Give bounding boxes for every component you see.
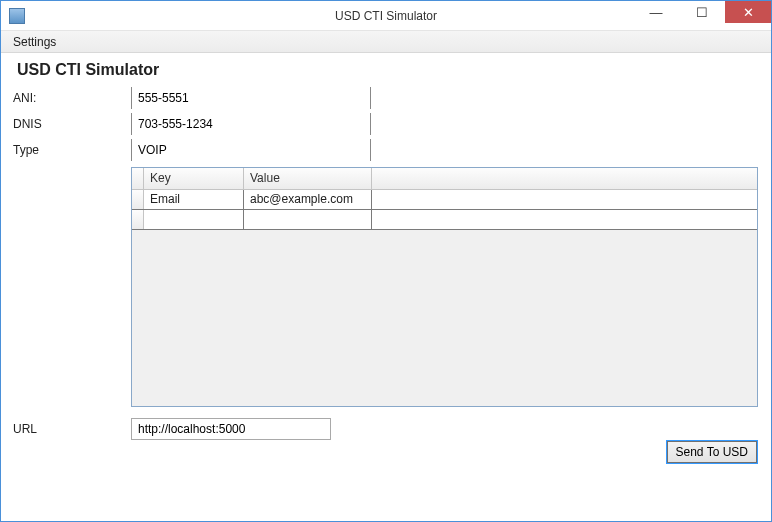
field-row-ani: ANI:	[13, 85, 759, 111]
url-label: URL	[13, 422, 131, 436]
content-area: USD CTI Simulator ANI: DNIS Type Key Val…	[1, 53, 771, 521]
grid-cell-value[interactable]	[244, 210, 372, 229]
ani-label: ANI:	[13, 91, 131, 105]
grid-rowheader-spacer	[132, 168, 144, 189]
data-grid[interactable]: Key Value Email abc@example.com	[131, 167, 758, 407]
minimize-button[interactable]: —	[633, 1, 679, 23]
field-row-url: URL	[13, 417, 759, 441]
grid-row-header[interactable]	[132, 210, 144, 229]
grid-cell-key[interactable]	[144, 210, 244, 229]
close-button[interactable]: ✕	[725, 1, 771, 23]
grid-header-key[interactable]: Key	[144, 168, 244, 189]
grid-cell-value[interactable]: abc@example.com	[244, 190, 372, 209]
page-title: USD CTI Simulator	[17, 61, 759, 79]
grid-row[interactable]: Email abc@example.com	[132, 190, 757, 210]
app-window: USD CTI Simulator — ☐ ✕ Settings USD CTI…	[0, 0, 772, 522]
type-label: Type	[13, 143, 131, 157]
menubar: Settings	[1, 31, 771, 53]
window-controls: — ☐ ✕	[633, 1, 771, 23]
type-input[interactable]	[131, 139, 371, 161]
dnis-label: DNIS	[13, 117, 131, 131]
grid-row[interactable]	[132, 210, 757, 230]
titlebar: USD CTI Simulator — ☐ ✕	[1, 1, 771, 31]
footer: Send To USD	[13, 441, 759, 469]
app-icon	[9, 8, 25, 24]
grid-row-header[interactable]	[132, 190, 144, 209]
field-row-dnis: DNIS	[13, 111, 759, 137]
grid-cell-rest[interactable]	[372, 210, 757, 229]
grid-header-value[interactable]: Value	[244, 168, 372, 189]
grid-body: Email abc@example.com	[132, 190, 757, 230]
grid-header-rest	[372, 168, 757, 189]
grid-cell-key[interactable]: Email	[144, 190, 244, 209]
ani-input[interactable]	[131, 87, 371, 109]
field-row-type: Type	[13, 137, 759, 163]
send-to-usd-button[interactable]: Send To USD	[667, 441, 758, 463]
url-input[interactable]	[131, 418, 331, 440]
dnis-input[interactable]	[131, 113, 371, 135]
maximize-button[interactable]: ☐	[679, 1, 725, 23]
menu-settings[interactable]: Settings	[7, 33, 62, 51]
grid-cell-rest[interactable]	[372, 190, 757, 209]
grid-header-row: Key Value	[132, 168, 757, 190]
